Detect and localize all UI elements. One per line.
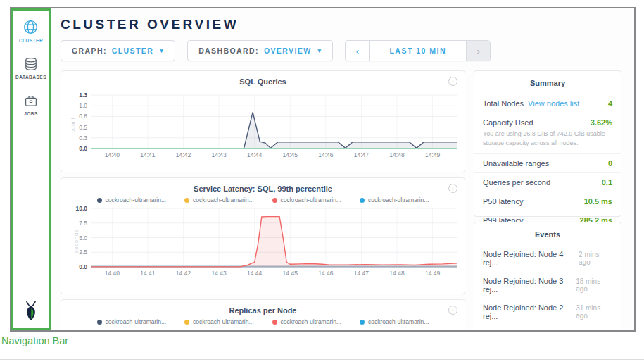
event-text: Node Rejoined: Node 4 rej... (483, 250, 579, 267)
legend-item[interactable]: cockroach-ultramarin... (272, 318, 341, 325)
replicas-per-node-chart-card: Replicas per Node i cockroach-ultramarin… (61, 299, 465, 332)
sidebar-item-label: CLUSTER (19, 38, 43, 43)
dashboard-dropdown-label: DASHBOARD: (198, 46, 259, 55)
event-time: 18 mins ago (576, 277, 612, 293)
time-prev-button[interactable]: ‹ (346, 41, 370, 61)
y-tick-label: 400 (77, 330, 87, 332)
legend-label: cockroach-ultramarin... (368, 318, 429, 325)
summary-row-unavailable-ranges: Unavailable ranges 0 (474, 154, 621, 173)
legend-item[interactable]: cockroach-ultramarin... (97, 318, 166, 325)
y-tick-label: 0.8 (79, 113, 87, 120)
chart-title: Service Latency: SQL, 99th percentile (61, 184, 465, 193)
x-tick-label: 14:40 (105, 270, 120, 277)
p50-latency-value: 10.5 ms (584, 197, 612, 206)
x-tick-label: 14:45 (283, 151, 298, 158)
y-tick-label: 10.0 (75, 205, 87, 212)
legend-label: cockroach-ultramarin... (281, 318, 341, 325)
legend-dot (360, 198, 365, 203)
x-tick-label: 14:40 (105, 151, 120, 158)
legend-dot (272, 320, 277, 325)
x-axis-ticks: 14:4014:4114:4214:4314:4414:4514:4614:47… (91, 149, 457, 160)
chevron-right-icon: › (476, 46, 479, 56)
sidebar-item-cluster[interactable]: CLUSTER (19, 20, 43, 43)
summary-block-capacity: Capacity Used 3.62% You are using 26.8 G… (474, 113, 621, 154)
summary-title: Summary (474, 71, 621, 94)
legend-label: cockroach-ultramarin... (281, 196, 341, 203)
sidebar-item-jobs[interactable]: JOBS (24, 94, 38, 116)
legend-item[interactable]: cockroach-ultramarin... (360, 318, 429, 325)
unavailable-ranges-label: Unavailable ranges (483, 159, 549, 168)
event-row[interactable]: Node Rejoined: Node 4 rej... 2 mins ago (474, 245, 621, 272)
info-icon[interactable]: i (448, 306, 457, 315)
summary-row-qps: Queries per second 0.1 (474, 173, 621, 192)
x-tick-label: 14:42 (176, 270, 191, 277)
sidebar-item-databases[interactable]: DATABASES (15, 57, 46, 80)
legend-label: cockroach-ultramarin... (368, 196, 429, 203)
view-nodes-list-link[interactable]: View nodes list (528, 99, 579, 108)
x-tick-label: 14:43 (211, 270, 226, 277)
chart-plot-area: seconds 10.07.55.02.50.0 14:4014:4114:42… (91, 208, 457, 268)
dashboard-controls: GRAPH: CLUSTER ▾ DASHBOARD: OVERVIEW ▾ ‹… (61, 40, 491, 61)
x-tick-label: 14:48 (389, 270, 404, 277)
y-tick-label: 0.0 (79, 263, 87, 270)
sql-queries-chart-card: SQL Queries i count 1.31.00.80.50.30.0 1… (61, 70, 465, 172)
legend-dot (360, 320, 365, 325)
event-row[interactable]: Node Rejoined: Node 1 rej... an hour ago (474, 325, 621, 332)
legend-item[interactable]: cockroach-ultramarin... (184, 196, 253, 203)
page-bottom-divider (0, 359, 644, 360)
y-axis-ticks: 1.31.00.80.50.30.0 (64, 95, 87, 149)
info-icon[interactable]: i (448, 77, 457, 86)
line-chart (91, 95, 457, 149)
x-tick-label: 14:46 (318, 151, 333, 158)
summary-row-p50: P50 latency 10.5 ms (474, 192, 621, 211)
x-tick-label: 14:44 (247, 151, 262, 158)
total-nodes-value: 4 (608, 99, 612, 108)
line-chart (91, 330, 457, 332)
chart-title: Replicas per Node (61, 306, 465, 315)
sidebar-item-label: JOBS (24, 111, 38, 116)
annotation-caption: Navigation Bar (1, 335, 68, 346)
dashboard-dropdown[interactable]: DASHBOARD: OVERVIEW ▾ (187, 40, 333, 61)
summary-panel: Summary Total Nodes View nodes list 4 Ca… (474, 70, 621, 217)
legend-item[interactable]: cockroach-ultramarin... (97, 196, 166, 203)
p50-latency-label: P50 latency (483, 197, 523, 206)
x-tick-label: 14:49 (425, 151, 440, 158)
y-tick-label: 0.3 (79, 134, 87, 142)
main-content: CLUSTER OVERVIEW GRAPH: CLUSTER ▾ DASHBO… (51, 8, 634, 330)
legend-label: cockroach-ultramarin... (193, 196, 253, 203)
legend-dot (184, 198, 189, 203)
y-axis-ticks: 10.07.55.02.50.0 (64, 208, 87, 267)
legend-label: cockroach-ultramarin... (106, 318, 166, 325)
event-row[interactable]: Node Rejoined: Node 3 rej... 18 mins ago (474, 272, 621, 299)
legend-item[interactable]: cockroach-ultramarin... (184, 318, 253, 325)
line-chart (91, 208, 457, 267)
time-range-value[interactable]: LAST 10 MIN (370, 41, 466, 61)
legend-label: cockroach-ultramarin... (193, 318, 253, 325)
cockroachdb-logo[interactable] (21, 300, 41, 325)
event-time: an hour ago (576, 331, 612, 332)
chart-title: SQL Queries (61, 77, 465, 86)
legend-item[interactable]: cockroach-ultramarin... (360, 196, 429, 203)
y-tick-label: 7.5 (79, 220, 87, 227)
legend-dot (97, 198, 102, 203)
graph-dropdown[interactable]: GRAPH: CLUSTER ▾ (61, 40, 175, 61)
event-text: Node Rejoined: Node 1 rej... (483, 330, 576, 332)
summary-row-total-nodes: Total Nodes View nodes list 4 (474, 94, 621, 113)
legend-item[interactable]: cockroach-ultramarin... (272, 196, 341, 203)
x-tick-label: 14:47 (354, 270, 369, 277)
qps-value: 0.1 (602, 178, 612, 187)
unavailable-ranges-value: 0 (608, 159, 612, 168)
chart-plot-area: count 1.31.00.80.50.30.0 14:4014:4114:42… (91, 95, 457, 149)
chevron-down-icon: ▾ (318, 47, 322, 54)
y-tick-label: 0.0 (79, 145, 87, 152)
event-row[interactable]: Node Rejoined: Node 2 rej... 31 mins ago (474, 299, 621, 325)
info-icon[interactable]: i (448, 184, 457, 193)
time-next-button-disabled[interactable]: › (466, 41, 490, 61)
x-tick-label: 14:44 (247, 270, 262, 277)
y-tick-label: 1.0 (79, 102, 87, 109)
x-tick-label: 14:43 (211, 151, 226, 158)
graph-dropdown-label: GRAPH: (72, 46, 107, 55)
total-nodes-label: Total Nodes (483, 99, 524, 108)
y-tick-label: 2.5 (79, 249, 87, 256)
chart-legend: cockroach-ultramarin...cockroach-ultrama… (61, 318, 465, 325)
